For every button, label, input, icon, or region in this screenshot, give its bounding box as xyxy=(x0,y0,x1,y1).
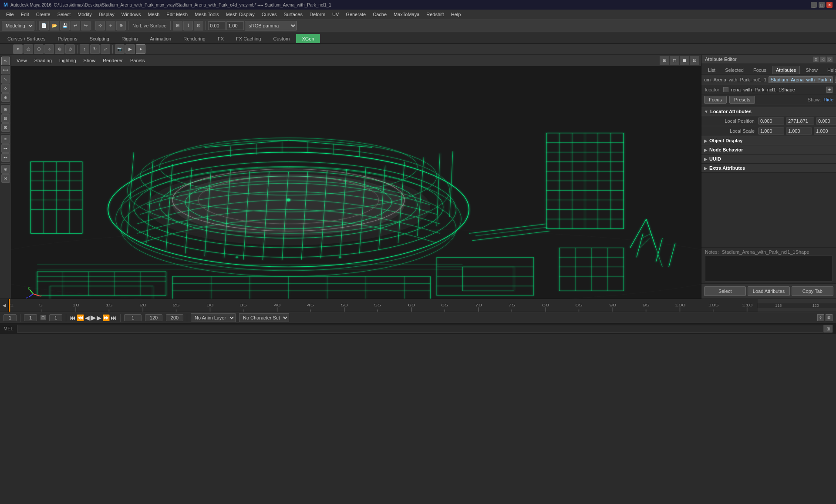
tab-xgen[interactable]: XGen xyxy=(296,34,320,43)
snap-grid[interactable]: ⊞ xyxy=(173,21,182,30)
close-button[interactable]: ✕ xyxy=(826,2,833,8)
object-display-section[interactable]: ▶ Object Display xyxy=(701,136,836,145)
attr-tab-list[interactable]: List xyxy=(704,66,719,74)
gamma-dropdown[interactable]: sRGB gamma xyxy=(245,21,297,30)
prev-1frame-btn[interactable]: ◀ xyxy=(85,314,90,321)
val1-input[interactable] xyxy=(208,21,226,30)
renderer-menu[interactable]: Renderer xyxy=(99,57,126,64)
hide-button[interactable]: Hide xyxy=(823,97,833,102)
play-btn[interactable]: ▶ xyxy=(91,313,96,322)
tab-sculpting[interactable]: Sculpting xyxy=(84,34,115,43)
paint-tool[interactable]: ⊕ xyxy=(116,21,126,30)
menu-edit[interactable]: Edit xyxy=(17,11,33,18)
attr-tab-attributes[interactable]: Attributes xyxy=(772,66,800,74)
shading-menu[interactable]: Shading xyxy=(31,57,55,64)
rotate-tool[interactable]: ↻ xyxy=(90,44,100,54)
save-btn[interactable]: 💾 xyxy=(60,21,70,30)
timeline-ruler[interactable]: 1 5 10 15 20 25 30 xyxy=(9,299,758,312)
menu-select[interactable]: Select xyxy=(54,11,74,18)
open-btn[interactable]: 📂 xyxy=(50,21,59,30)
tab-polygons[interactable]: Polygons xyxy=(52,34,83,43)
menu-cache[interactable]: Cache xyxy=(369,11,390,18)
vp-icon2[interactable]: ◻ xyxy=(670,56,679,65)
val2-input[interactable] xyxy=(226,21,244,30)
attr-node2-input[interactable] xyxy=(769,76,833,83)
menu-file[interactable]: File xyxy=(3,11,17,18)
menu-modify[interactable]: Modify xyxy=(74,11,95,18)
anim-layer-dropdown[interactable]: No Anim Layer xyxy=(191,313,236,322)
tool-btn4[interactable]: ⊕ xyxy=(1,93,10,102)
frame-start-input[interactable] xyxy=(3,314,17,321)
go-end-btn[interactable]: ⏭ xyxy=(111,314,117,321)
range-start-input[interactable] xyxy=(124,314,142,321)
render-btn[interactable]: ▶ xyxy=(125,44,135,54)
show-menu[interactable]: Show xyxy=(80,57,99,64)
snap-btn[interactable]: ⋈ xyxy=(1,174,10,183)
new-scene-btn[interactable]: 📄 xyxy=(39,21,49,30)
select-tool[interactable]: ⊹ xyxy=(95,21,105,30)
transform-tool[interactable]: ↕ xyxy=(80,44,89,54)
xgen-btn3[interactable]: ⬡ xyxy=(34,44,44,54)
prev-frame-btn[interactable]: ⏪ xyxy=(77,314,84,321)
timeline-start-btn[interactable]: ◀ xyxy=(0,299,9,312)
tool-btn2[interactable]: ⤡ xyxy=(1,75,10,84)
attr-right-btn[interactable]: ▷ xyxy=(827,57,833,62)
playback-start-input[interactable] xyxy=(24,314,37,321)
load-attributes-button[interactable]: Load Attributes xyxy=(748,286,789,296)
attr-dock-btn[interactable]: ⊡ xyxy=(813,57,819,62)
next-1frame-btn[interactable]: ▶ xyxy=(97,314,101,321)
locator-attrs-section[interactable]: ▼ Locator Attributes xyxy=(701,107,836,116)
menu-edit-mesh[interactable]: Edit Mesh xyxy=(163,11,191,18)
attr-type-icon[interactable] xyxy=(723,87,728,92)
playback-end-input[interactable] xyxy=(49,314,62,321)
uuid-section[interactable]: ▶ UUID xyxy=(701,155,836,164)
attr-bookmark-btn[interactable]: ★ xyxy=(826,87,833,93)
status-icon2[interactable]: ⊠ xyxy=(826,314,833,321)
attr-tab-show[interactable]: Show xyxy=(802,66,822,74)
view-btn3[interactable]: ⊠ xyxy=(1,123,10,132)
tab-fx[interactable]: FX xyxy=(212,34,229,43)
vp-icon1[interactable]: ⊞ xyxy=(660,56,669,65)
menu-maxtomaya[interactable]: MaxToMaya xyxy=(390,11,423,18)
next-frame-btn[interactable]: ⏩ xyxy=(102,314,110,321)
vp-icon3[interactable]: ◼ xyxy=(680,56,689,65)
menu-generate[interactable]: Generate xyxy=(342,11,369,18)
presets-button[interactable]: Presets xyxy=(729,96,755,104)
menu-redshift[interactable]: Redshift xyxy=(423,11,447,18)
xgen-btn5[interactable]: ⊕ xyxy=(55,44,64,54)
mode-dropdown[interactable]: Modeling xyxy=(2,21,34,30)
snap-point[interactable]: ⊡ xyxy=(194,21,203,30)
total-range-input[interactable] xyxy=(166,314,183,321)
menu-display[interactable]: Display xyxy=(95,11,118,18)
frame-icon[interactable]: ⊡ xyxy=(40,315,46,320)
menu-mesh-tools[interactable]: Mesh Tools xyxy=(191,11,222,18)
char-set-dropdown[interactable]: No Character Set xyxy=(239,313,289,322)
cmd-expand-btn[interactable]: ⊞ xyxy=(824,325,833,333)
select-icon-btn[interactable]: ↖ xyxy=(1,57,10,65)
undo-btn[interactable]: ↩ xyxy=(71,21,80,30)
render-btn2[interactable]: ● xyxy=(136,44,145,54)
redo-btn[interactable]: ↪ xyxy=(81,21,91,30)
tool-btn1[interactable]: ⟺ xyxy=(1,66,10,74)
menu-surfaces[interactable]: Surfaces xyxy=(280,11,306,18)
go-start-btn[interactable]: ⏮ xyxy=(70,314,76,321)
menu-deform[interactable]: Deform xyxy=(306,11,329,18)
viewport[interactable]: View Shading Lighting Show Renderer Pane… xyxy=(11,55,701,299)
lasso-tool[interactable]: ⌖ xyxy=(106,21,115,30)
tab-animation[interactable]: Animation xyxy=(144,34,177,43)
menu-mesh[interactable]: Mesh xyxy=(144,11,163,18)
attr-tab-help[interactable]: Help xyxy=(823,66,836,74)
layer-btn2[interactable]: ⊶ xyxy=(1,144,10,153)
view-menu[interactable]: View xyxy=(13,57,30,64)
snap-curve[interactable]: ⌇ xyxy=(183,21,193,30)
focus-button[interactable]: Focus xyxy=(704,96,727,104)
camera-btn[interactable]: 📷 xyxy=(115,44,125,54)
view-btn2[interactable]: ⊟ xyxy=(1,114,10,123)
local-scale-z[interactable] xyxy=(814,128,836,134)
menu-windows[interactable]: Windows xyxy=(118,11,145,18)
node-behavior-section[interactable]: ▶ Node Behavior xyxy=(701,145,836,155)
minimize-button[interactable]: _ xyxy=(811,2,817,8)
extra-attrs-section[interactable]: ▶ Extra Attributes xyxy=(701,164,836,173)
local-pos-x[interactable] xyxy=(758,118,784,124)
tab-custom[interactable]: Custom xyxy=(268,34,296,43)
